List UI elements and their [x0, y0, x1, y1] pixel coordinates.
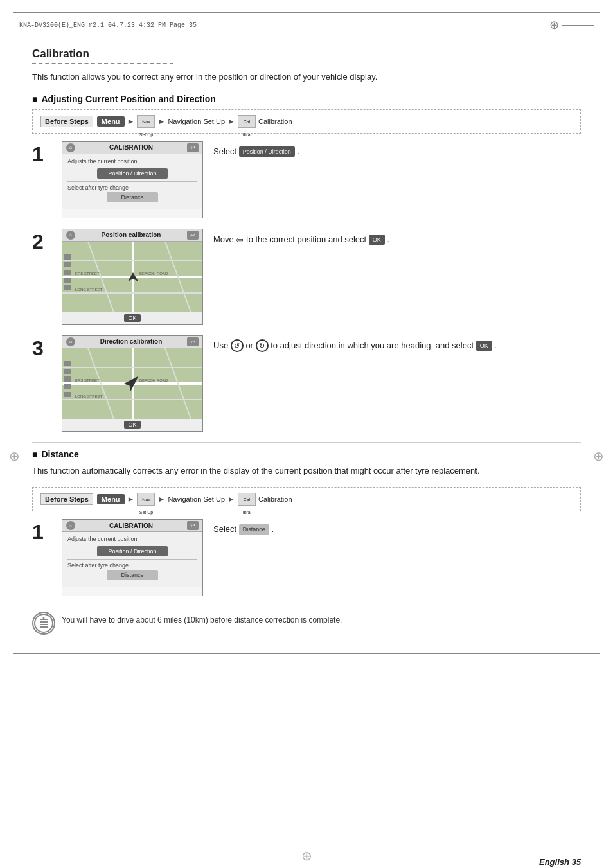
step-d1-screen: ⌂ CALIBRATION ↩ Adjusts the current posi…	[62, 519, 203, 596]
svg-rect-13	[64, 270, 71, 275]
step-d1-tyre-text: Select after tyre change	[67, 562, 197, 569]
step-2-screen-header: ⌂ Position calibration ↩	[62, 229, 202, 242]
nav-setup-text-1: Navigation Set Up	[168, 118, 225, 125]
step-3-rotate-right-icon: ↻	[256, 339, 269, 352]
step-3-back-btn: ↩	[187, 337, 199, 346]
step-2-home-icon: ⌂	[66, 231, 75, 240]
svg-rect-28	[64, 369, 71, 374]
svg-point-32	[35, 614, 53, 632]
step-d1-home-icon: ⌂	[66, 521, 75, 530]
step-d1-dist-inline-btn: Distance	[239, 524, 269, 535]
right-crosshair: ⊕	[593, 448, 604, 464]
step-d1-desc-end: .	[271, 524, 274, 534]
nav-cal-icon-2: Calibra	[238, 493, 256, 506]
step-2-ok-inline: OK	[369, 235, 385, 245]
before-steps-2: Before Steps Menu ► NavSet Up ► Navigati…	[32, 487, 581, 511]
step-3-number: 3	[32, 338, 51, 359]
step-d1-select-text: Select	[213, 524, 236, 534]
step-d1-screen-title: CALIBRATION	[75, 522, 187, 529]
bottom-border	[13, 653, 600, 654]
step-1-desc-end: .	[297, 146, 299, 156]
nav-path-2: Menu ► NavSet Up ► Navigation Set Up ► C…	[97, 493, 292, 506]
step-1-dist-btn[interactable]: Distance	[107, 192, 158, 202]
svg-point-37	[43, 617, 45, 619]
step-1-cal-body: Adjusts the current position Position / …	[62, 154, 202, 209]
before-steps-1: Before Steps Menu ► NavSet Up ► Navigati…	[32, 109, 581, 134]
step-d1-cal-body: Adjusts the current position Position / …	[62, 532, 202, 587]
header-text: KNA-DV3200(E)_ENG r2.1 04.7.23 4:32 PM P…	[19, 22, 197, 29]
step-1-pos-dir-inline-btn: Position / Direction	[239, 146, 295, 157]
nav-cal-icon-1: Calibra	[238, 115, 256, 128]
nav-menu-btn-1: Menu	[97, 116, 125, 127]
sub-heading-position: Adjusting Current Position and Direction	[32, 94, 581, 104]
step-3-ok-inline: OK	[476, 341, 492, 351]
step-3-or-text: or	[245, 341, 253, 350]
note-text: You will have to drive about 6 miles (10…	[62, 612, 342, 626]
sub-heading-distance: Distance	[32, 449, 581, 459]
step-2-map-svg: ERS STREET BEACON ROAD LONG STREET	[62, 242, 203, 312]
step-3-rotate-left-icon: ↺	[231, 339, 244, 352]
step-d1-row: 1 ⌂ CALIBRATION ↩ Adjusts the current po…	[32, 519, 581, 596]
nav-arrow-3: ►	[227, 117, 235, 126]
step-2-desc-end: .	[387, 234, 389, 244]
page-header: KNA-DV3200(E)_ENG r2.1 04.7.23 4:32 PM P…	[0, 13, 613, 35]
nav-cal-text-1: Calibration	[258, 118, 292, 125]
step-3-map: ERS STREET BEACON ROAD LONG STREET	[62, 348, 202, 419]
step-1-home-icon: ⌂	[66, 143, 75, 152]
step-3-adjust-text: to adjust direction in which you are hea…	[271, 341, 474, 350]
step-3-row: 3 ⌂ Direction calibration ↩	[32, 335, 581, 432]
step-1-select-text: Select	[213, 146, 236, 156]
nav-setup-icon-2: NavSet Up	[137, 493, 155, 506]
svg-rect-29	[64, 376, 71, 382]
nav-arrow-1: ►	[127, 117, 135, 126]
nav-arrow-4: ►	[127, 495, 135, 504]
svg-rect-30	[64, 384, 71, 389]
step-1-number: 1	[32, 144, 51, 164]
step-3-desc: Use ↺ or ↻ to adjust direction in which …	[213, 335, 581, 353]
step-2-row: 2 ⌂ Position calibration ↩	[32, 229, 581, 325]
step-2-ok-row: OK	[62, 312, 202, 324]
step-d1-pos-dir-btn[interactable]: Position / Direction	[97, 546, 168, 556]
step-3-home-icon: ⌂	[66, 337, 75, 346]
step-3-ok-btn[interactable]: OK	[124, 421, 140, 429]
step-d1-dist-btn[interactable]: Distance	[107, 570, 158, 580]
svg-rect-14	[64, 278, 71, 283]
nav-arrow-6: ►	[227, 495, 235, 504]
step-d1-screen-header: ⌂ CALIBRATION ↩	[62, 520, 202, 532]
bottom-crosshair-icon: ⊕	[301, 849, 312, 863]
before-steps-label-2: Before Steps	[40, 493, 93, 505]
sub-heading-label-1: Adjusting Current Position and Direction	[41, 94, 215, 104]
step-2-desc: Move ⇦ to the correct position and selec…	[213, 229, 581, 247]
step-2-back-btn: ↩	[187, 231, 199, 240]
note-box: You will have to drive about 6 miles (10…	[32, 607, 581, 640]
header-crosshair: ⊕	[549, 18, 559, 32]
step-2-screen-title: Position calibration	[75, 231, 187, 238]
step-1-back-btn: ↩	[187, 143, 199, 152]
step-1-screen: ⌂ CALIBRATION ↩ Adjusts the current posi…	[62, 141, 203, 218]
step-d1-subtitle: Adjusts the current position	[67, 536, 197, 542]
nav-path-1: Menu ► NavSet Up ► Navigation Set Up ► C…	[97, 115, 292, 128]
svg-text:BEACON ROAD: BEACON ROAD	[139, 378, 168, 382]
step-2-move-icon: ⇦	[236, 233, 244, 247]
step-d1-divider	[67, 559, 197, 560]
step-3-desc-end: .	[494, 341, 497, 350]
step-2-number: 2	[32, 231, 51, 252]
svg-text:BEACON ROAD: BEACON ROAD	[139, 272, 168, 276]
svg-text:LONG STREET: LONG STREET	[75, 288, 103, 292]
nav-setup-icon-1: NavSet Up	[137, 115, 155, 128]
header-line	[562, 25, 594, 26]
section-title: Calibration	[32, 48, 581, 60]
svg-rect-11	[64, 254, 71, 260]
page-footer-text: English 35	[539, 857, 581, 867]
svg-rect-36	[40, 626, 48, 628]
nav-cal-text-2: Calibration	[258, 495, 292, 503]
step-3-screen-title: Direction calibration	[75, 338, 187, 345]
step-2-ok-btn[interactable]: OK	[124, 314, 140, 322]
step-d1-back-btn: ↩	[187, 521, 199, 530]
step-1-screen-header: ⌂ CALIBRATION ↩	[62, 142, 202, 154]
svg-rect-31	[64, 392, 71, 397]
step-3-use-text: Use	[213, 341, 228, 350]
step-1-pos-dir-btn[interactable]: Position / Direction	[97, 168, 168, 179]
step-1-divider	[67, 181, 197, 182]
intro-text: This function allows you to correct any …	[32, 71, 581, 84]
